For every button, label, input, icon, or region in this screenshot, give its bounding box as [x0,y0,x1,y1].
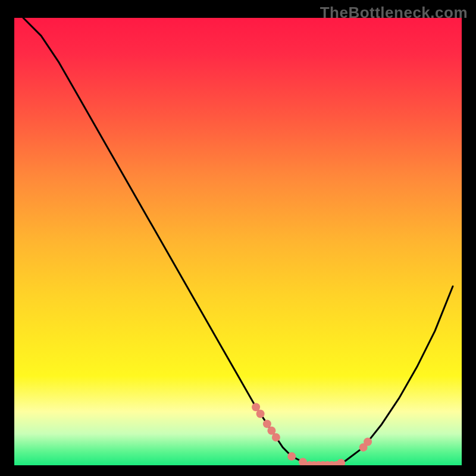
svg-point-14 [337,459,345,465]
chart-frame: TheBottleneck.com [0,0,476,476]
svg-point-5 [287,452,296,461]
svg-point-1 [256,410,265,418]
svg-point-16 [364,438,372,446]
curve-dots [14,18,462,465]
svg-point-4 [272,433,280,441]
plot-area [14,18,462,465]
